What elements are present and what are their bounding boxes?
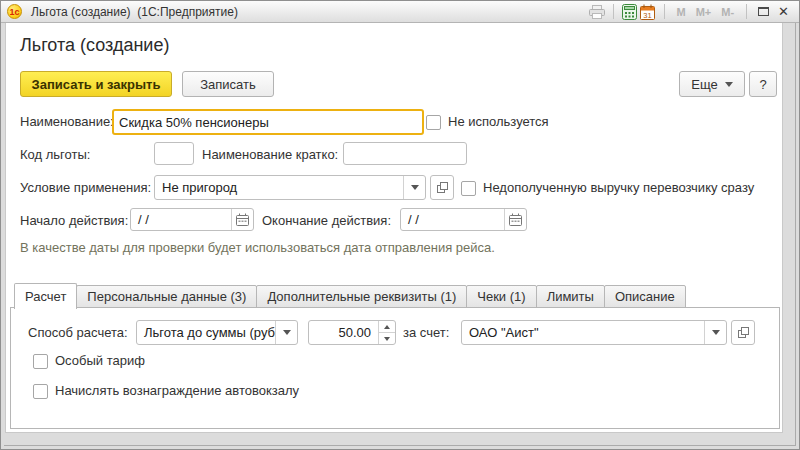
name-label: Наименование: (20, 110, 114, 134)
titlebar-separator (664, 4, 665, 19)
reward-bus-station-checkbox[interactable] (33, 384, 48, 399)
end-date-value: / / (401, 209, 504, 230)
calc-method-dropdown-button[interactable] (275, 321, 297, 344)
help-button[interactable]: ? (749, 71, 777, 97)
date-check-hint: В качестве даты для проверки будет испол… (20, 239, 500, 256)
condition-combobox[interactable]: Не пригород (154, 175, 426, 200)
start-date-calendar-button[interactable] (231, 209, 253, 230)
form-content: Льгота (создание) Записать и закрыть Зап… (5, 23, 783, 433)
condition-open-button[interactable] (430, 175, 454, 200)
more-button[interactable]: Еще (679, 71, 745, 97)
revenue-to-carrier-checkbox[interactable] (461, 181, 476, 196)
start-date-field[interactable]: / / (130, 208, 254, 231)
calendar-icon[interactable]: 31 (639, 3, 657, 21)
tab-additional-attributes[interactable]: Дополнительные реквизиты (1) (256, 285, 467, 308)
more-button-label: Еще (691, 77, 717, 92)
memory-m-button[interactable]: М (677, 6, 686, 18)
amount-field[interactable]: 50.00 (308, 320, 396, 345)
start-date-value: / / (131, 209, 231, 230)
close-button[interactable]: ✕ (778, 5, 789, 18)
revenue-to-carrier-label: Недополученную выручку перевозчику сразу (483, 180, 754, 196)
calc-method-value: Льгота до суммы (руб (137, 321, 275, 344)
save-and-close-button[interactable]: Записать и закрыть (20, 71, 172, 97)
tab-checks[interactable]: Чеки (1) (466, 285, 536, 308)
window-title: Льгота (создание) (1С:Предприятие) (31, 5, 238, 19)
spinner-up-button[interactable] (379, 321, 395, 333)
amount-value: 50.00 (309, 321, 378, 344)
account-value: ОАО "Аист" (462, 321, 704, 344)
1c-logo-icon: 1с (7, 4, 22, 19)
name-input[interactable] (112, 109, 424, 135)
calculator-icon[interactable] (621, 3, 639, 21)
chevron-down-icon (725, 82, 733, 87)
calendar-picker-icon (509, 213, 522, 226)
condition-value: Не пригород (155, 176, 403, 199)
memory-m-minus-button[interactable]: М- (721, 6, 734, 18)
tab-description[interactable]: Описание (604, 285, 686, 308)
chevron-down-icon (283, 330, 291, 335)
title-bar[interactable]: 1с Льгота (создание) (1С:Предприятие) (1, 1, 799, 23)
print-icon[interactable] (588, 3, 606, 21)
short-name-input[interactable] (343, 142, 467, 165)
triangle-up-icon (384, 325, 390, 329)
spinner-down-button[interactable] (379, 333, 395, 344)
account-label: за счет: (403, 321, 449, 345)
calc-tab-panel: Способ расчета: Льгота до суммы (руб 50.… (10, 307, 780, 429)
tab-raschet[interactable]: Расчет (14, 283, 77, 309)
short-name-label: Наименование кратко: (202, 143, 338, 167)
titlebar-separator (746, 4, 747, 19)
memory-m-plus-button[interactable]: М+ (696, 6, 712, 18)
tab-personal-data[interactable]: Персональные данные (3) (76, 285, 257, 308)
window-frame-edge (795, 23, 796, 446)
end-date-calendar-button[interactable] (504, 209, 526, 230)
account-open-button[interactable] (731, 320, 755, 345)
titlebar-separator (613, 4, 614, 19)
amount-spinner[interactable] (378, 321, 395, 344)
end-date-field[interactable]: / / (400, 208, 527, 231)
tab-limits[interactable]: Лимиты (536, 285, 605, 308)
chevron-down-icon (411, 185, 419, 190)
page-title: Льгота (создание) (20, 35, 169, 56)
special-tariff-label: Особый тариф (55, 353, 145, 369)
special-tariff-checkbox[interactable] (33, 354, 48, 369)
calendar-picker-icon (236, 213, 249, 226)
not-used-checkbox[interactable] (426, 115, 441, 130)
end-date-label: Окончание действия: (262, 209, 391, 233)
calc-method-label: Способ расчета: (28, 321, 128, 345)
chevron-down-icon (712, 330, 720, 335)
open-icon (436, 181, 449, 194)
tab-bar: Расчет Персональные данные (3) Дополните… (14, 282, 685, 309)
reward-bus-station-label: Начислять вознаграждение автовокзалу (55, 383, 299, 399)
account-dropdown-button[interactable] (704, 321, 726, 344)
window-frame-edge (4, 445, 796, 446)
condition-label: Условие применения: (20, 176, 151, 200)
condition-dropdown-button[interactable] (403, 176, 425, 199)
benefit-code-input[interactable] (154, 142, 194, 165)
not-used-label: Не используется (448, 114, 549, 130)
start-date-label: Начало действия: (20, 209, 128, 233)
maximize-button[interactable] (758, 7, 769, 16)
triangle-down-icon (384, 337, 390, 341)
open-icon (737, 326, 750, 339)
app-window: 1с Льгота (создание) (1С:Предприятие) (0, 0, 800, 450)
benefit-code-label: Код льготы: (20, 143, 90, 167)
save-button[interactable]: Записать (182, 71, 274, 97)
svg-text:31: 31 (643, 10, 651, 19)
account-combobox[interactable]: ОАО "Аист" (461, 320, 727, 345)
calc-method-combobox[interactable]: Льгота до суммы (руб (136, 320, 298, 345)
